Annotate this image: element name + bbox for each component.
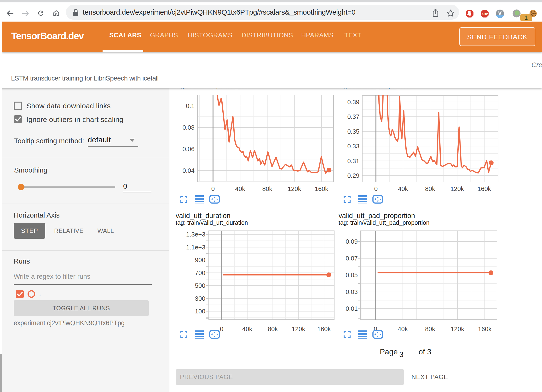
svg-text:80k: 80k <box>268 325 278 333</box>
svg-text:0.01: 0.01 <box>346 305 358 312</box>
svg-text:40k: 40k <box>398 325 408 333</box>
svg-text:160k: 160k <box>315 185 329 192</box>
svg-text:120k: 120k <box>292 325 305 333</box>
svg-text:80k: 80k <box>262 185 272 192</box>
svg-text:80k: 80k <box>425 185 435 192</box>
svg-text:300: 300 <box>195 295 205 302</box>
svg-text:0.03: 0.03 <box>346 288 358 295</box>
svg-text:0.37: 0.37 <box>347 113 359 120</box>
svg-text:0.29: 0.29 <box>347 172 359 179</box>
svg-text:120k: 120k <box>451 325 464 333</box>
svg-text:700: 700 <box>195 269 205 277</box>
svg-text:0.06: 0.06 <box>182 145 195 153</box>
svg-text:0: 0 <box>220 325 223 333</box>
svg-text:0.31: 0.31 <box>347 157 359 165</box>
svg-text:ABP: ABP <box>481 12 488 16</box>
svg-text:0.1: 0.1 <box>186 102 195 110</box>
svg-text:1: 1 <box>525 14 528 21</box>
svg-text:160k: 160k <box>478 325 492 333</box>
svg-text:1.3e+3: 1.3e+3 <box>186 231 205 238</box>
svg-text:900: 900 <box>195 256 205 264</box>
svg-text:100: 100 <box>195 308 205 315</box>
svg-text:0.09: 0.09 <box>346 238 358 245</box>
svg-text:0.08: 0.08 <box>182 124 195 131</box>
svg-text:40k: 40k <box>242 325 253 333</box>
svg-text:40k: 40k <box>235 185 245 192</box>
svg-text:0: 0 <box>211 185 215 192</box>
svg-text:160k: 160k <box>478 185 491 192</box>
svg-text:0.07: 0.07 <box>346 255 358 262</box>
svg-text:40k: 40k <box>398 185 408 192</box>
svg-text:0.39: 0.39 <box>347 98 359 106</box>
svg-text:120k: 120k <box>450 185 464 192</box>
svg-text:500: 500 <box>195 282 205 289</box>
svg-text:1.1e+3: 1.1e+3 <box>186 244 205 251</box>
svg-text:0.33: 0.33 <box>347 143 359 150</box>
svg-text:80k: 80k <box>425 325 435 333</box>
svg-text:0.05: 0.05 <box>346 271 358 279</box>
svg-text:160k: 160k <box>317 325 331 333</box>
svg-text:0.04: 0.04 <box>182 167 195 174</box>
svg-text:120k: 120k <box>288 185 301 192</box>
svg-text:0: 0 <box>374 185 378 192</box>
svg-text:0.35: 0.35 <box>347 128 359 135</box>
